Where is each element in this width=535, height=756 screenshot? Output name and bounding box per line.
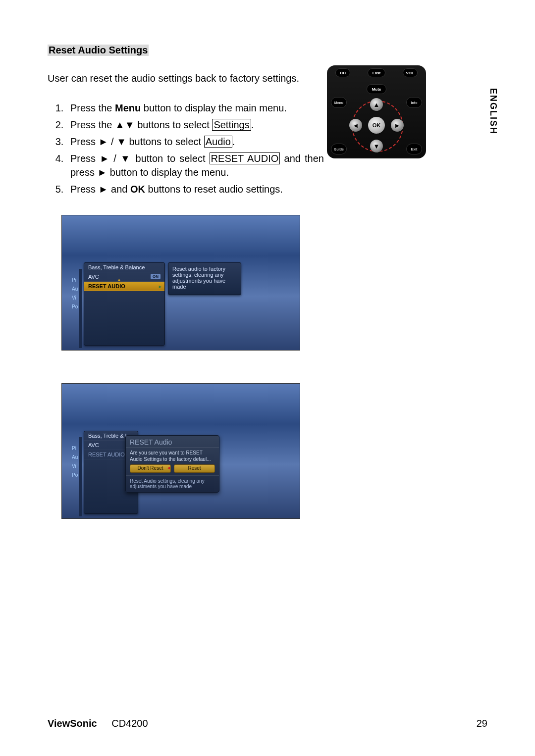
- step-text: .: [232, 136, 235, 147]
- footer-model: CD4200: [111, 718, 148, 729]
- dialog-message: Are you sure you want to RESET Audio Set…: [130, 450, 215, 462]
- remote-ch-button: CH: [335, 68, 350, 77]
- step-text: Press ► and: [70, 184, 130, 195]
- osd-leftbar-icon: [79, 269, 82, 348]
- osd-side-labels: Pi Au Vi Po: [72, 444, 79, 480]
- page-number: 29: [477, 718, 487, 729]
- side-label: Vi: [72, 462, 79, 471]
- menu-row-label: RESET AUDIO: [88, 283, 125, 289]
- remote-illustration: CH Last VOL Mute Menu Info Guide Exit ▲ …: [327, 65, 426, 158]
- step-text: buttons to reset audio settings.: [145, 184, 283, 195]
- boxed-reset-audio: RESET AUDIO: [210, 152, 280, 164]
- dialog-footer: Reset Audio settings, clearing any adjus…: [126, 475, 219, 492]
- section-heading: Reset Audio Settings: [48, 45, 149, 56]
- osd-description-panel: Reset audio to factory settings, clearin…: [168, 262, 241, 295]
- side-label: Au: [72, 453, 79, 462]
- triangle-left-icon: ◄: [166, 465, 171, 471]
- side-label: Pi: [72, 276, 79, 285]
- side-label: Vi: [72, 294, 79, 302]
- step-text: Press the ▲▼ buttons to select: [70, 119, 212, 130]
- remote-ok-button: OK: [368, 117, 385, 134]
- step-text: Press ► / ▼ button to select: [70, 153, 210, 164]
- boxed-settings: Settings: [212, 119, 251, 131]
- step-text: button to display the main menu.: [141, 102, 287, 113]
- side-label: Au: [72, 285, 79, 294]
- osd-leftbar-icon: [79, 437, 82, 516]
- step-text: Press ► / ▼ buttons to select: [70, 136, 204, 147]
- menu-row-reset-audio: RESET AUDIO►: [84, 282, 164, 291]
- osd-screenshot-1: Pi Au Vi Po Bass, Treble & Balance AVC▲ …: [61, 215, 300, 351]
- remote-menu-button: Menu: [331, 97, 347, 108]
- step-1: Press the Menu button to display the mai…: [66, 101, 324, 115]
- step-3: Press ► / ▼ buttons to select Audio.: [66, 135, 324, 149]
- step-4: Press ► / ▼ button to select RESET AUDIO…: [66, 151, 324, 179]
- side-label: Pi: [72, 444, 79, 453]
- osd-menu-panel: Bass, Treble & Balance AVC▲ RESET AUDIO►: [84, 262, 165, 346]
- remote-up-button: ▲: [370, 98, 383, 111]
- boxed-audio: Audio: [204, 136, 232, 148]
- page-footer: ViewSonic CD4200 29: [48, 718, 487, 729]
- side-label: Po: [72, 471, 79, 480]
- remote-vol-button: VOL: [403, 68, 418, 77]
- osd-side-labels: Pi Au Vi Po: [72, 276, 79, 311]
- step-2: Press the ▲▼ buttons to select Settings.: [66, 118, 324, 132]
- triangle-right-icon: ►: [158, 284, 162, 289]
- side-label: Po: [72, 302, 79, 311]
- ok-word: OK: [130, 184, 145, 195]
- step-text: Press the: [70, 102, 115, 113]
- osd-reset-dialog: RESET Audio Are you sure you want to RES…: [125, 435, 219, 493]
- button-label: Don't Reset: [138, 465, 163, 471]
- footer-brand: ViewSonic: [48, 718, 97, 729]
- step-text: .: [251, 119, 254, 130]
- reset-button: Reset: [174, 464, 215, 473]
- menu-row-bass: Bass, Treble & Balance: [84, 263, 164, 272]
- remote-mute-button: Mute: [367, 84, 386, 94]
- menu-row-label: AVC: [88, 274, 99, 280]
- menu-word: Menu: [115, 102, 141, 113]
- menu-row-avc: AVC▲: [84, 272, 164, 282]
- step-5: Press ► and OK buttons to reset audio se…: [66, 182, 324, 196]
- remote-down-button: ▼: [370, 140, 383, 152]
- remote-last-button: Last: [368, 68, 385, 77]
- remote-info-button: Info: [406, 97, 422, 108]
- remote-right-button: ►: [391, 119, 404, 132]
- remote-dpad: ▲ ▼ ◄ ► OK: [347, 96, 406, 154]
- remote-guide-button: Guide: [331, 144, 347, 154]
- instruction-list: Press the Menu button to display the mai…: [48, 101, 324, 196]
- language-tab: ENGLISH: [488, 88, 498, 135]
- dialog-title: RESET Audio: [126, 436, 219, 448]
- remote-exit-button: Exit: [406, 144, 422, 154]
- osd-screenshot-2: Pi Au Vi Po Bass, Treble & I AVC RESET A…: [61, 383, 300, 519]
- remote-left-button: ◄: [349, 119, 362, 132]
- dont-reset-button: Don't Reset◄: [130, 464, 171, 473]
